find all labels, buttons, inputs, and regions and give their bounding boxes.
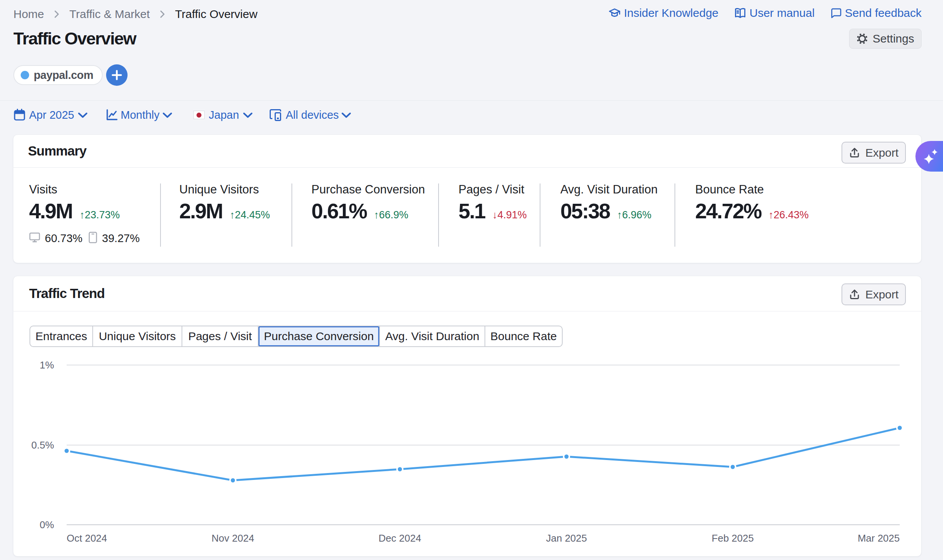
svg-text:Mar 2025: Mar 2025 xyxy=(858,532,900,544)
svg-text:Oct 2024: Oct 2024 xyxy=(67,532,107,544)
svg-text:1%: 1% xyxy=(39,359,54,371)
svg-text:Feb 2025: Feb 2025 xyxy=(712,532,754,544)
svg-text:Dec 2024: Dec 2024 xyxy=(378,532,421,544)
svg-text:0%: 0% xyxy=(39,519,54,531)
svg-text:Jan 2025: Jan 2025 xyxy=(546,532,587,544)
svg-text:0.5%: 0.5% xyxy=(31,439,54,451)
svg-text:Nov 2024: Nov 2024 xyxy=(211,532,254,544)
